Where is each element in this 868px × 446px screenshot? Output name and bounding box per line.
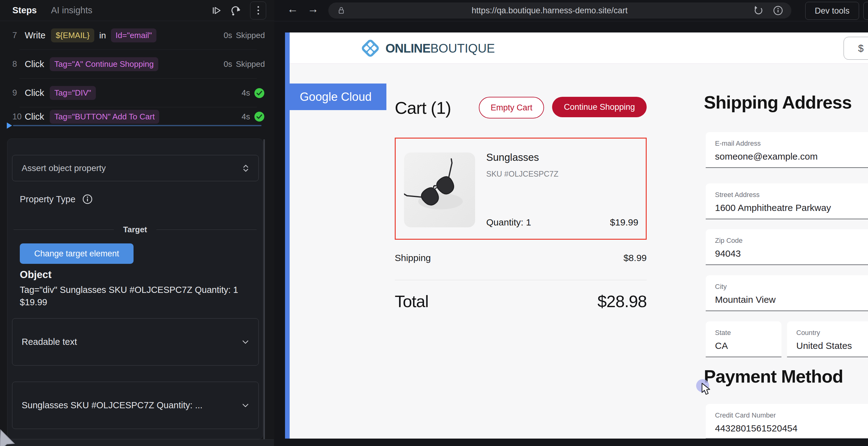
step-selector-badge: Tag="A" Continue Shopping bbox=[50, 57, 158, 71]
step-status: Skipped bbox=[236, 31, 265, 40]
target-section-divider: Target bbox=[13, 225, 256, 234]
readable-text-select[interactable]: Readable text bbox=[12, 318, 259, 365]
email-value: someone@example.com bbox=[715, 151, 868, 162]
target-label: Target bbox=[114, 225, 156, 234]
clipped-toolbar-button[interactable] bbox=[863, 2, 868, 20]
sunglasses-image bbox=[404, 152, 475, 227]
city-field[interactable]: City Mountain View bbox=[706, 275, 868, 311]
readable-text-value: Readable text bbox=[22, 337, 77, 347]
assert-action-value: Assert object property bbox=[22, 163, 106, 173]
shipping-value: $8.99 bbox=[623, 253, 647, 263]
product-price: $19.99 bbox=[610, 217, 638, 228]
step-passed-icon bbox=[254, 88, 265, 99]
step-number: 10 bbox=[12, 112, 25, 122]
forward-icon[interactable]: → bbox=[308, 2, 319, 16]
totals-divider bbox=[395, 280, 647, 280]
chevron-down-icon bbox=[242, 339, 249, 345]
back-icon[interactable]: ← bbox=[287, 2, 298, 16]
select-updown-icon bbox=[242, 164, 249, 172]
total-value: $28.98 bbox=[597, 292, 647, 311]
dev-tools-button[interactable]: Dev tools bbox=[805, 2, 859, 20]
product-quantity: Quantity: 1 bbox=[486, 217, 531, 228]
credit-card-value: 4432801561520454 bbox=[715, 423, 868, 434]
mouse-cursor-icon bbox=[701, 383, 713, 397]
step-insertion-indicator[interactable] bbox=[7, 122, 263, 129]
rerun-icon[interactable] bbox=[230, 5, 242, 17]
street-label: Street Address bbox=[715, 191, 868, 199]
steps-toolbar: Steps AI insights bbox=[0, 0, 274, 21]
url-bar[interactable]: https://qa.boutique.harness-demo.site/ca… bbox=[328, 2, 791, 19]
product-sku: SKU #OLJCESPC7Z bbox=[486, 170, 558, 178]
credit-card-number-field[interactable]: Credit Card Number 4432801561520454 bbox=[706, 404, 868, 439]
step-row-9[interactable]: 9 Click Tag="DIV" 4s bbox=[0, 79, 274, 107]
skip-to-step-icon[interactable] bbox=[211, 5, 222, 16]
panel-scrollbar[interactable] bbox=[264, 139, 265, 444]
property-type-label: Property Type bbox=[20, 194, 75, 204]
product-name: Sunglasses bbox=[486, 152, 539, 163]
step-duration: 4s bbox=[242, 88, 250, 98]
reload-icon[interactable] bbox=[753, 5, 764, 16]
empty-cart-button[interactable]: Empty Cart bbox=[479, 97, 544, 118]
more-options-button[interactable] bbox=[250, 2, 266, 20]
payment-method-heading: Payment Method bbox=[704, 366, 843, 387]
cart-item-row-highlighted[interactable]: Sunglasses SKU #OLJCESPC7Z Quantity: 1 $… bbox=[395, 138, 647, 240]
tab-steps[interactable]: Steps bbox=[12, 5, 37, 16]
change-target-element-button[interactable]: Change target element bbox=[20, 243, 133, 264]
zip-value: 94043 bbox=[715, 248, 868, 259]
brand-text-light: BOUTIQUE bbox=[430, 41, 495, 55]
zip-label: Zip Code bbox=[715, 237, 868, 245]
shipping-address-heading: Shipping Address bbox=[704, 92, 851, 113]
currency-selector-button[interactable]: $ bbox=[844, 37, 868, 60]
total-label: Total bbox=[395, 292, 428, 311]
step-duration: 0s bbox=[224, 31, 232, 40]
street-address-field[interactable]: Street Address 1600 Amphitheatre Parkway bbox=[706, 183, 868, 219]
step-passed-icon bbox=[254, 111, 265, 122]
street-value: 1600 Amphitheatre Parkway bbox=[715, 203, 868, 213]
state-label: State bbox=[715, 329, 781, 337]
embedded-browser: ← → https://qa.boutique.harness-demo.sit… bbox=[274, 0, 868, 446]
shipping-cost-row: Shipping $8.99 bbox=[395, 253, 647, 263]
tab-ai-insights[interactable]: AI insights bbox=[51, 5, 92, 16]
step-action: Click bbox=[25, 112, 44, 122]
step-action: Click bbox=[25, 88, 44, 98]
url-text: https://qa.boutique.harness-demo.site/ca… bbox=[346, 6, 753, 16]
country-label: Country bbox=[796, 329, 868, 337]
step-selector-badge: Tag="BUTTON" Add To Cart bbox=[50, 110, 159, 124]
browser-chrome: ← → https://qa.boutique.harness-demo.sit… bbox=[274, 0, 868, 21]
zip-code-field[interactable]: Zip Code 94043 bbox=[706, 229, 868, 265]
step-row-8[interactable]: 8 Click Tag="A" Continue Shopping 0sSkip… bbox=[0, 50, 274, 79]
step-number: 7 bbox=[12, 31, 25, 40]
state-field[interactable]: State CA bbox=[706, 321, 781, 357]
continue-shopping-button[interactable]: Continue Shopping bbox=[552, 97, 647, 117]
assert-action-select[interactable]: Assert object property bbox=[12, 155, 259, 181]
country-value: United States bbox=[796, 340, 868, 351]
online-boutique-logo[interactable]: ONLINEBOUTIQUE bbox=[360, 38, 495, 58]
cart-title: Cart (1) bbox=[395, 98, 451, 118]
step-action: Write bbox=[25, 30, 45, 40]
step-row-7[interactable]: 7 Write ${EMAIL} in Id="email" 0sSkipped bbox=[0, 21, 274, 50]
step-variable-badge: ${EMAIL} bbox=[51, 28, 94, 42]
step-duration: 4s bbox=[242, 112, 250, 122]
email-label: E-mail Address bbox=[715, 140, 868, 148]
email-field[interactable]: E-mail Address someone@example.com bbox=[706, 132, 868, 168]
city-value: Mountain View bbox=[715, 294, 868, 305]
step-number: 8 bbox=[12, 59, 25, 69]
app-root: Steps AI insights 7 Write ${EMAIL} in Id… bbox=[0, 0, 868, 446]
assert-step-editor: Assert object property Property Type Tar… bbox=[7, 139, 263, 439]
test-steps-panel: Steps AI insights 7 Write ${EMAIL} in Id… bbox=[0, 0, 275, 446]
brand-text-bold: ONLINE bbox=[385, 41, 430, 55]
page-info-icon[interactable] bbox=[773, 5, 783, 16]
step-number: 9 bbox=[12, 88, 25, 98]
os-cursor-icon bbox=[0, 429, 22, 446]
step-action: Click bbox=[25, 59, 44, 69]
chevron-down-icon bbox=[242, 403, 249, 408]
info-icon[interactable] bbox=[82, 194, 93, 204]
step-connector: in bbox=[99, 31, 106, 40]
country-field[interactable]: Country United States bbox=[787, 321, 868, 357]
shipping-label: Shipping bbox=[395, 253, 431, 263]
panel-footer-strip bbox=[0, 439, 274, 446]
product-image bbox=[404, 152, 475, 227]
object-description: Tag="div" Sunglasses SKU #OLJCESPC7Z Qua… bbox=[20, 284, 249, 308]
insertion-arrow-icon bbox=[7, 122, 12, 129]
expected-value-select[interactable]: Sunglasses SKU #OLJCESPC7Z Quantity: ... bbox=[12, 382, 259, 429]
